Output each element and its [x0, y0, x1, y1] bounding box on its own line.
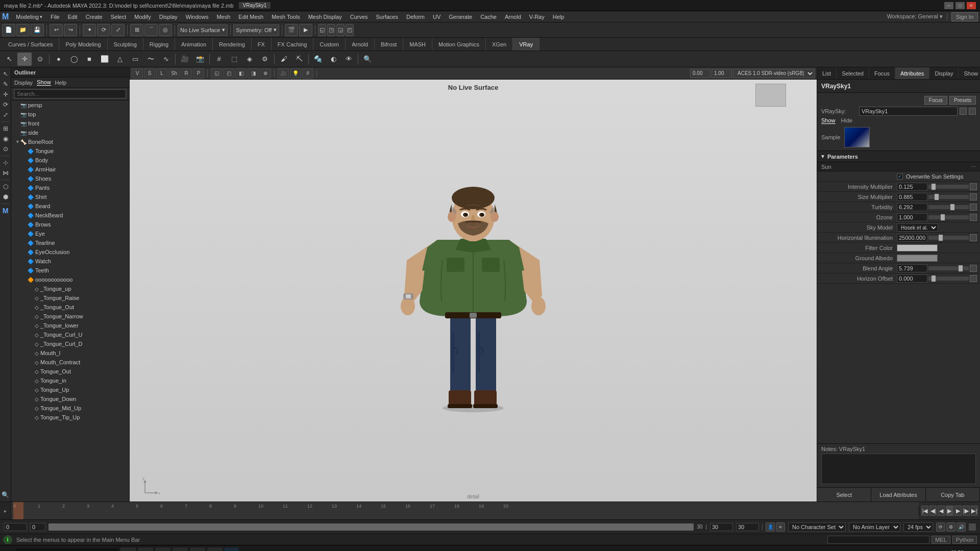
sample-swatch[interactable] [844, 127, 870, 147]
menu-item-select[interactable]: Select [107, 13, 131, 21]
layout-btn-2[interactable]: ◳ [327, 24, 335, 36]
attr-tab-selected[interactable]: Selected [837, 67, 869, 79]
tree-item--tongue-curl-d[interactable]: ◇_Tongue_Curl_D [11, 339, 129, 348]
sphere-prim-btn[interactable]: ● [52, 53, 66, 66]
lasso-lt-btn[interactable]: ⊙ [1, 144, 10, 154]
anim-layer-btn[interactable]: ≡ [776, 522, 785, 532]
tree-item-tongue[interactable]: 🔷Tongue [11, 146, 129, 156]
visibility-btn[interactable]: 👁 [341, 53, 356, 66]
tree-item-mouth-contract[interactable]: ◇Mouth_Contract [11, 358, 129, 367]
load-attributes-button[interactable]: Load Attributes [871, 488, 925, 502]
plane-prim-btn[interactable]: ▭ [128, 53, 142, 66]
select-tool-btn[interactable]: ↖ [2, 53, 16, 66]
menu-item-uv[interactable]: UV [429, 13, 445, 21]
tree-item-tongue-tip-up[interactable]: ◇Tongue_Tip_Up [11, 413, 129, 422]
attr-tab-list[interactable]: List [817, 67, 837, 79]
tree-item-tearline[interactable]: 🔷Tearline [11, 238, 129, 247]
minimize-button[interactable]: ─ [944, 2, 953, 9]
menu-item-mesh-display[interactable]: Mesh Display [304, 13, 346, 21]
command-input[interactable] [827, 536, 929, 544]
char-set-btn[interactable]: 👤 [766, 522, 775, 532]
menu-item-arnold[interactable]: Arnold [501, 13, 525, 21]
menu-item-generate[interactable]: Generate [445, 13, 476, 21]
uvset-btn[interactable]: ⚙ [258, 53, 272, 66]
paint-lt-btn[interactable]: ✎ [1, 80, 10, 89]
taskbar-whatsapp-btn[interactable]: 📱 [190, 547, 205, 552]
outliner-search-input[interactable] [14, 89, 126, 98]
render-mode-dropdown[interactable]: No Live Surface ▾ [178, 24, 228, 36]
search-lt-btn[interactable]: 🔍 [1, 490, 10, 499]
presets-button[interactable]: Presets [949, 96, 976, 105]
menu-item-create[interactable]: Create [82, 13, 107, 21]
rotate-lt-btn[interactable]: ⟳ [1, 100, 10, 109]
param-slider[interactable] [928, 236, 969, 240]
vp-icon-light[interactable]: 💡 [290, 68, 301, 79]
param-slider[interactable] [928, 195, 969, 199]
grid-btn[interactable]: # [212, 53, 226, 66]
vp-icon-2[interactable]: ◰ [223, 68, 234, 79]
attr-tab-show[interactable]: Show [959, 67, 980, 79]
attr-tab-focus[interactable]: Focus [869, 67, 895, 79]
param-input[interactable] [897, 264, 927, 272]
curve-btn[interactable]: 〜 [143, 53, 158, 66]
param-input[interactable] [897, 213, 927, 221]
time-slider[interactable]: 0 1 2 3 4 5 6 7 8 9 10 11 12 13 14 15 16… [11, 502, 919, 519]
tab-fx-caching[interactable]: FX Caching [272, 38, 313, 51]
tab-xgen[interactable]: XGen [486, 38, 513, 51]
menu-item-modify[interactable]: Modify [130, 13, 155, 21]
tab-rendering[interactable]: Rendering [213, 38, 252, 51]
outliner-tab-display[interactable]: Display [14, 80, 33, 86]
play-btn[interactable]: ▶ [946, 506, 953, 516]
torus-prim-btn[interactable]: ◯ [67, 53, 81, 66]
tab-mash[interactable]: MASH [403, 38, 432, 51]
prev-frame-btn[interactable]: ◀ [938, 506, 945, 516]
signin-btn[interactable]: Sign In [951, 12, 978, 21]
layout-btn-3[interactable]: ◲ [336, 24, 345, 36]
focus-button[interactable]: Focus [924, 96, 947, 105]
close-button[interactable]: ✕ [967, 2, 976, 9]
tree-item-eyeocclusion[interactable]: 🔷EyeOcclusion [11, 247, 129, 257]
wireframe-btn[interactable]: ⬚ [227, 53, 241, 66]
render-all-btn[interactable]: 🎬 [285, 24, 298, 36]
tab-vray[interactable]: VRay [513, 38, 540, 51]
taskbar-chrome-btn[interactable]: 🔵 [173, 547, 188, 552]
restore-button[interactable]: □ [955, 2, 965, 9]
render-seq-btn[interactable]: ▶ [299, 24, 312, 36]
param-input[interactable] [897, 203, 927, 211]
new-scene-btn[interactable]: 📄 [2, 24, 15, 36]
symmetry-dropdown[interactable]: Symmetry: Off ▾ [233, 24, 279, 36]
tab-rigging[interactable]: Rigging [143, 38, 175, 51]
vp-panels-btn[interactable]: P [193, 68, 204, 79]
viewport-canvas[interactable]: No Live Surface [130, 80, 817, 502]
playback-start-input[interactable] [710, 523, 733, 531]
vraysky-input[interactable] [859, 107, 958, 116]
taskbar-browser-btn[interactable]: 🌐 [138, 547, 153, 552]
param-lock-btn[interactable] [970, 214, 977, 221]
hide-link[interactable]: Hide [841, 117, 853, 124]
menu-item-surfaces[interactable]: Surfaces [372, 13, 402, 21]
menu-item-deform[interactable]: Deform [402, 13, 429, 21]
snap-grid-btn[interactable]: ⊞ [130, 24, 143, 36]
redo-btn[interactable]: ↪ [64, 24, 77, 36]
save-scene-btn[interactable]: 💾 [31, 24, 44, 36]
attr-tab-display[interactable]: Display [929, 67, 959, 79]
attr-tab-attributes[interactable]: Attributes [895, 67, 929, 79]
show-link[interactable]: Show [821, 117, 836, 124]
open-scene-btn[interactable]: 📁 [16, 24, 30, 36]
select-lt-btn[interactable]: ↖ [1, 69, 10, 79]
joint-lt-btn[interactable]: ⊹ [1, 158, 10, 167]
move-tool-btn[interactable]: ✛ [17, 53, 32, 66]
paint-btn[interactable]: 🖌 [277, 53, 291, 66]
tree-item-tongue-mid-up[interactable]: ◇Tongue_Mid_Up [11, 404, 129, 413]
current-frame-input[interactable] [30, 523, 45, 531]
taskbar-explorer-btn[interactable]: 📁 [120, 547, 136, 552]
menu-item-file[interactable]: File [46, 13, 64, 21]
tree-item-top[interactable]: 📷top [11, 110, 129, 119]
fps-dropdown[interactable]: 24 fps [903, 522, 933, 532]
ipr-btn[interactable]: 📸 [193, 53, 207, 66]
active-tab-title[interactable]: VRaySky1 [239, 2, 271, 9]
tree-item--tongue-lower[interactable]: ◇_Tongue_lower [11, 321, 129, 330]
ep-curve-btn[interactable]: ∿ [159, 53, 173, 66]
mel-btn[interactable]: MEL [932, 536, 950, 544]
vp-icon-3[interactable]: ◧ [235, 68, 247, 79]
